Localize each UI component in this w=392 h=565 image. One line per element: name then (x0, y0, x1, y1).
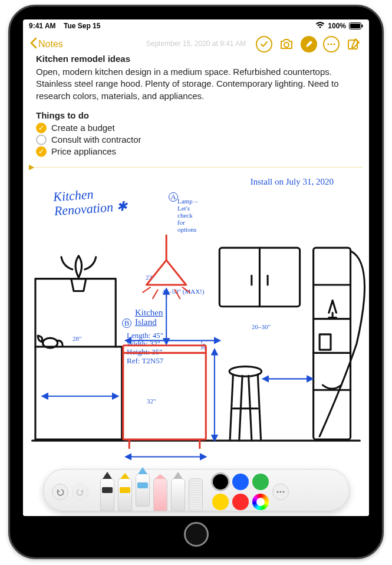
eraser-tool[interactable] (153, 478, 167, 511)
todo-label: Consult with contractor (51, 134, 141, 144)
drag-handle-icon[interactable]: ▶ (29, 163, 34, 171)
battery-icon (349, 22, 363, 29)
battery-percent: 100% (328, 22, 346, 30)
home-button[interactable] (184, 522, 209, 547)
svg-rect-30 (123, 346, 206, 439)
svg-line-26 (153, 290, 157, 298)
color-swatch-green[interactable] (252, 474, 269, 490)
todo-label: Create a budget (51, 123, 115, 133)
todo-item[interactable]: Consult with contractor (36, 134, 356, 145)
svg-rect-2 (362, 25, 363, 28)
drawing-canvas[interactable]: Kitchen Renovation ✱ Install on July 31,… (23, 171, 369, 516)
ruler-tool[interactable] (189, 478, 203, 511)
checkbox-icon[interactable] (36, 134, 47, 145)
svg-line-19 (258, 375, 261, 439)
todo-item[interactable]: ✓ Create a budget (36, 123, 356, 133)
svg-point-41 (279, 491, 281, 492)
svg-point-40 (276, 491, 278, 492)
todo-heading: Things to do (36, 110, 356, 120)
pen-tool[interactable] (100, 478, 114, 511)
svg-point-17 (229, 366, 262, 376)
color-palette (212, 474, 269, 510)
more-tools-button[interactable] (272, 484, 289, 500)
redo-button[interactable] (72, 484, 88, 500)
note-date: September 15, 2020 at 9:41 AM (23, 40, 369, 48)
sketch-svg (23, 171, 369, 516)
lasso-tool[interactable] (171, 478, 185, 511)
pencil-tool[interactable] (136, 474, 150, 507)
svg-rect-1 (350, 24, 360, 28)
checkbox-icon[interactable]: ✓ (36, 123, 47, 133)
note-paragraph: Open, modern kitchen design in a medium … (36, 66, 356, 102)
status-date: Tue Sep 15 (64, 22, 100, 30)
svg-line-28 (143, 287, 150, 292)
markup-toolbar (43, 469, 350, 511)
status-time: 9:41 AM (29, 22, 56, 30)
color-picker-button[interactable] (252, 494, 269, 510)
svg-line-18 (230, 375, 233, 439)
status-right: 100% (315, 22, 363, 31)
ipad-frame: 9:41 AM Tue Sep 15 100% Notes (8, 5, 384, 559)
screen: 9:41 AM Tue Sep 15 100% Notes (23, 19, 369, 516)
todo-label: Price appliances (51, 146, 116, 156)
color-swatch-black[interactable] (212, 474, 229, 490)
status-left: 9:41 AM Tue Sep 15 (29, 22, 100, 30)
undo-button[interactable] (52, 484, 68, 500)
note-body[interactable]: Kitchen remodel ideas Open, modern kitch… (23, 48, 369, 160)
wifi-icon (315, 22, 325, 31)
marker-tool[interactable] (118, 478, 132, 511)
color-swatch-yellow[interactable] (212, 494, 229, 510)
todo-item[interactable]: ✓ Price appliances (36, 146, 356, 157)
svg-line-29 (182, 287, 190, 292)
status-bar: 9:41 AM Tue Sep 15 100% (23, 19, 369, 32)
color-swatch-red[interactable] (232, 494, 249, 510)
svg-point-42 (282, 491, 284, 492)
checkbox-icon[interactable]: ✓ (36, 146, 47, 157)
sketch-divider[interactable]: ▶ (23, 163, 369, 171)
svg-line-27 (175, 290, 180, 298)
color-swatch-blue[interactable] (232, 474, 249, 490)
note-title: Kitchen remodel ideas (36, 54, 356, 64)
